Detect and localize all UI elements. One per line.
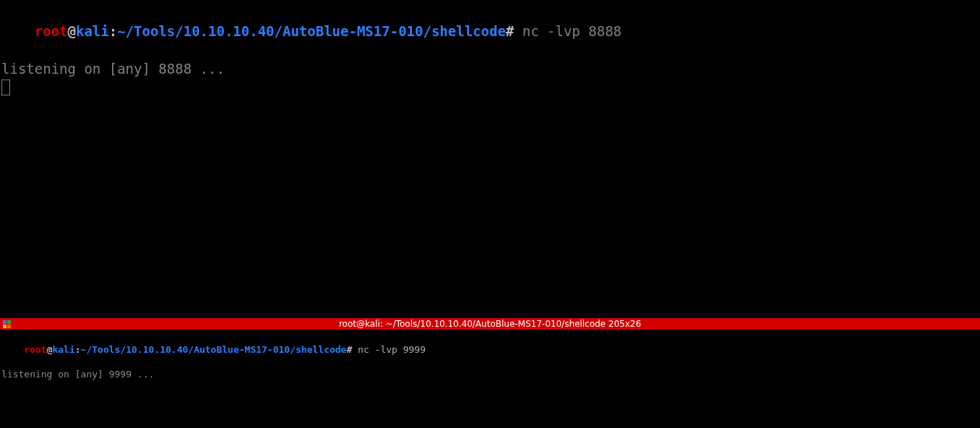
terminator-logo-icon bbox=[3, 320, 11, 328]
prompt-line-bottom: root@kali:~/Tools/10.10.10.40/AutoBlue-M… bbox=[1, 331, 979, 368]
divider-title: root@kali: ~/Tools/10.10.10.40/AutoBlue-… bbox=[339, 318, 641, 330]
prompt-colon: : bbox=[109, 23, 117, 39]
prompt-hash: # bbox=[506, 23, 514, 39]
command-text: nc -lvp 8888 bbox=[514, 23, 622, 39]
cursor bbox=[1, 78, 979, 97]
prompt-line-top: root@kali:~/Tools/10.10.10.40/AutoBlue-M… bbox=[1, 3, 979, 59]
command-text: nc -lvp 9999 bbox=[352, 344, 426, 355]
terminal-pane-top[interactable]: root@kali:~/Tools/10.10.10.40/AutoBlue-M… bbox=[0, 0, 980, 318]
output-line-bottom: listening on [any] 9999 ... bbox=[1, 368, 979, 380]
output-line-top: listening on [any] 8888 ... bbox=[1, 59, 979, 78]
prompt-path: ~/Tools/10.10.10.40/AutoBlue-MS17-010/sh… bbox=[117, 23, 506, 39]
terminator-divider-bar[interactable]: root@kali: ~/Tools/10.10.10.40/AutoBlue-… bbox=[0, 318, 980, 330]
prompt-host: kali bbox=[52, 344, 74, 355]
prompt-host: kali bbox=[76, 23, 109, 39]
terminal-pane-bottom[interactable]: root@kali:~/Tools/10.10.10.40/AutoBlue-M… bbox=[0, 330, 980, 428]
prompt-colon: : bbox=[75, 344, 81, 355]
prompt-user: root bbox=[24, 344, 46, 355]
prompt-at: @ bbox=[68, 23, 76, 39]
prompt-user: root bbox=[35, 23, 68, 39]
prompt-path: ~/Tools/10.10.10.40/AutoBlue-MS17-010/sh… bbox=[81, 344, 347, 355]
